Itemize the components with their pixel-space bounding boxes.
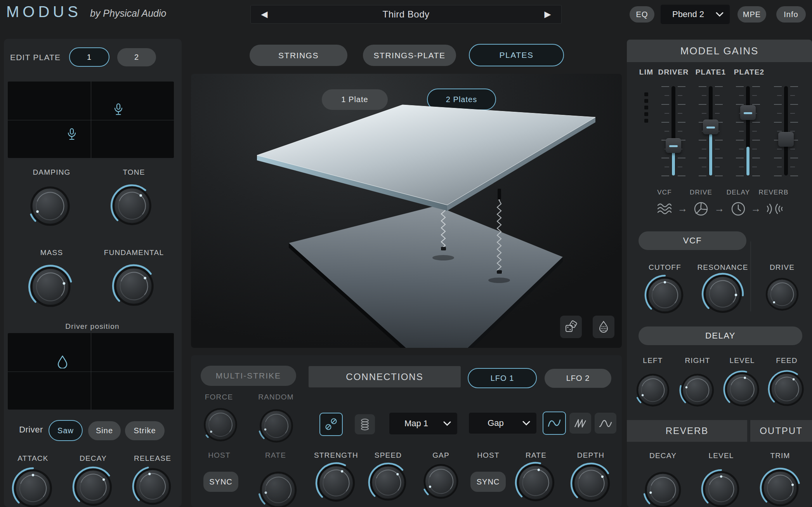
delay-right-knob[interactable]: [678, 371, 717, 409]
lfo-wave-saw-button[interactable]: [569, 413, 591, 434]
driver-strike-button[interactable]: Strike: [125, 421, 165, 440]
driver-sine-button[interactable]: Sine: [88, 421, 121, 440]
material-button[interactable]: [593, 316, 614, 338]
pitchbend-select[interactable]: Pbend 2: [661, 5, 730, 24]
tab-strings[interactable]: STRINGS: [250, 45, 347, 66]
master-gain-slider[interactable]: [772, 85, 800, 177]
resonance-knob[interactable]: [701, 272, 745, 316]
map-select[interactable]: Map 1: [389, 413, 457, 434]
output-trim-knob[interactable]: [759, 467, 802, 507]
preset-prev-button[interactable]: ◀: [251, 9, 278, 19]
slider-tick: [739, 131, 744, 132]
plate-2-button[interactable]: 2: [117, 48, 156, 66]
delay-level-knob[interactable]: [722, 370, 762, 409]
knob-indicator-dot: [642, 394, 644, 396]
pick-icon[interactable]: [56, 354, 69, 370]
mic-position-pad[interactable]: [8, 82, 174, 158]
lfo-target-select[interactable]: Gap: [469, 413, 536, 434]
fundamental-knob[interactable]: [111, 263, 157, 309]
driver-saw-button[interactable]: Saw: [49, 420, 83, 441]
slider-thumb[interactable]: [703, 120, 718, 134]
knob-graphic: [27, 264, 74, 310]
strength-knob[interactable]: [314, 461, 358, 505]
slider-tick: [715, 86, 723, 87]
mpe-button[interactable]: MPE: [737, 6, 766, 23]
decay-knob[interactable]: [71, 465, 115, 507]
delay-feed-knob[interactable]: [767, 369, 807, 409]
reverb-decay-knob[interactable]: [642, 469, 684, 507]
eq-button[interactable]: EQ: [630, 6, 654, 23]
reverb-decay-label: DECAY: [640, 451, 686, 460]
knob-indicator-dot: [102, 478, 105, 481]
microphone-icon[interactable]: [67, 128, 77, 142]
driver-position-pad[interactable]: [8, 333, 174, 410]
damping-knob[interactable]: [27, 183, 73, 229]
slider-tick: [790, 131, 795, 132]
driver-gain-slider[interactable]: [660, 85, 687, 177]
driver-strike-label: Strike: [134, 426, 156, 435]
tab-plates[interactable]: PLATES: [469, 44, 564, 66]
plate2-gain-slider[interactable]: [734, 85, 762, 177]
slider-thumb-line: [706, 127, 715, 128]
mass-knob[interactable]: [27, 264, 74, 310]
slider-tick: [790, 149, 795, 149]
info-button[interactable]: Info: [776, 6, 806, 23]
plate-3d-view[interactable]: 1 Plate 2 Plates: [191, 74, 622, 348]
ms-sync-button[interactable]: SYNC: [203, 472, 238, 492]
random-knob[interactable]: [257, 406, 296, 445]
speed-knob[interactable]: [367, 462, 409, 504]
limiter-led: [644, 119, 648, 123]
microphone-icon[interactable]: [113, 103, 124, 118]
preset-next-button[interactable]: ▶: [534, 9, 561, 19]
multi-strike-button[interactable]: MULTI-STRIKE: [201, 366, 296, 386]
lfo1-tab[interactable]: LFO 1: [468, 368, 537, 388]
reverb-section-header[interactable]: REVERB: [627, 420, 747, 442]
lfo-wave-sine-button[interactable]: [543, 412, 566, 435]
slider-thumb[interactable]: [740, 105, 756, 120]
cutoff-knob[interactable]: [644, 274, 686, 316]
slider-tick: [739, 95, 744, 96]
lfo2-tab[interactable]: LFO 2: [545, 369, 611, 388]
slider-tick: [790, 175, 798, 176]
attack-knob[interactable]: [11, 466, 55, 507]
mpe-button-label: MPE: [743, 10, 761, 19]
reverb-level-knob[interactable]: [700, 468, 742, 507]
connection-spring-button[interactable]: [355, 414, 375, 434]
lfo-wave-random-button[interactable]: [595, 413, 616, 434]
slider-tick: [752, 122, 760, 123]
randomize-button[interactable]: [560, 316, 582, 338]
plate-1-button[interactable]: 1: [69, 47, 109, 67]
knob-indicator-dot: [264, 429, 267, 431]
plate-2-button-label: 2: [134, 53, 139, 62]
delay-left-knob[interactable]: [634, 371, 672, 409]
knob-graphic: [131, 465, 174, 507]
clock-icon: [729, 200, 747, 219]
force-knob[interactable]: [201, 405, 240, 444]
knob-indicator-dot: [210, 431, 212, 433]
lfo-depth-knob[interactable]: [569, 462, 613, 505]
slider-thumb[interactable]: [666, 138, 681, 153]
connection-screws-button[interactable]: [319, 413, 343, 436]
vcf-section-button[interactable]: VCF: [638, 231, 746, 250]
tab-strings-plate[interactable]: STRINGS-PLATE: [363, 45, 456, 66]
ms-rate-knob[interactable]: [257, 469, 300, 507]
plate1-gain-slider[interactable]: [697, 85, 724, 177]
slider-thumb-line: [744, 112, 752, 114]
slider-tick: [736, 140, 744, 141]
lfo-rate-knob[interactable]: [514, 461, 557, 504]
release-knob[interactable]: [131, 465, 174, 507]
waves-icon: [656, 200, 673, 219]
lfo-sync-button[interactable]: SYNC: [470, 472, 506, 492]
slider-tick: [752, 104, 760, 105]
output-section-header[interactable]: OUTPUT: [750, 420, 812, 442]
chevron-down-icon: [443, 421, 451, 426]
vcf-drive-knob[interactable]: [763, 275, 801, 313]
knob-indicator-dot: [36, 210, 39, 213]
delay-section-button[interactable]: DELAY: [638, 326, 802, 345]
gap-knob[interactable]: [421, 461, 461, 502]
slider-tick: [790, 158, 798, 158]
output-section-label: OUTPUT: [760, 425, 803, 436]
tone-knob[interactable]: [109, 183, 154, 228]
slider-tick: [774, 175, 782, 176]
slider-thumb[interactable]: [778, 132, 794, 147]
